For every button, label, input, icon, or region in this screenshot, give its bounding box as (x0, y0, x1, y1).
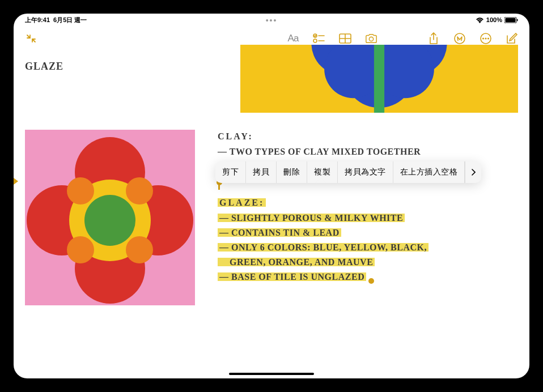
status-battery-percent: 100% (486, 16, 502, 23)
glaze-line-3b: GREEN, ORANGE, AND MAUVE (218, 257, 375, 267)
svg-point-15 (488, 38, 489, 39)
ipad-frame: 上午9:41 6月5日 週一 100% ••• A (0, 0, 543, 392)
status-left: 上午9:41 6月5日 週一 (25, 16, 87, 24)
glaze-line-4: — BASE OF TILE IS UNGLAZED (218, 271, 366, 282)
camera-icon[interactable] (365, 32, 377, 45)
home-indicator[interactable] (229, 373, 314, 375)
svg-point-13 (483, 38, 484, 39)
status-time: 上午9:41 (25, 16, 50, 24)
context-menu-copy[interactable]: 拷貝 (246, 161, 277, 183)
context-menu: 剪下 拷貝 刪除 複製 拷貝為文字 在上方插入空格 (215, 161, 481, 183)
glaze-handwriting-label: GLAZE (25, 45, 229, 113)
context-menu-duplicate[interactable]: 複製 (307, 161, 338, 183)
table-icon[interactable] (339, 32, 351, 45)
status-right: 100% (476, 16, 518, 23)
handwritten-text-column[interactable]: CLAY: — TWO TYPES OF CLAY MIXED TOGETHER… (218, 130, 518, 305)
side-indicator-icon[interactable] (14, 178, 18, 185)
context-menu-more-icon[interactable] (465, 161, 481, 183)
text-format-icon[interactable]: Aa (287, 32, 299, 45)
glaze-selected-block: GLAZE: — SLIGHTLY POROUS & MILKY WHITE —… (218, 196, 518, 284)
svg-point-14 (485, 38, 486, 39)
context-menu-copy-as-text[interactable]: 拷貝為文字 (338, 161, 393, 183)
clay-heading: CLAY: (218, 130, 518, 143)
status-bar: 上午9:41 6月5日 週一 100% (14, 14, 529, 26)
svg-rect-1 (506, 18, 516, 22)
wifi-icon (476, 17, 484, 23)
svg-point-33 (84, 195, 135, 246)
screen: 上午9:41 6月5日 週一 100% ••• A (14, 14, 529, 378)
glaze-line-2: — CONTAINS TIN & LEAD (218, 227, 341, 238)
context-menu-insert-space-above[interactable]: 在上方插入空格 (393, 161, 465, 183)
glaze-line-1: — SLIGHTLY POROUS & MILKY WHITE (218, 212, 405, 223)
note-content[interactable]: GLAZE (14, 36, 529, 378)
pink-flower-drawing[interactable] (25, 130, 195, 305)
svg-rect-2 (517, 19, 518, 21)
toolbar: ••• Aa (14, 27, 529, 50)
svg-point-31 (67, 236, 94, 263)
clay-line-1: — TWO TYPES OF CLAY MIXED TOGETHER (218, 145, 518, 159)
svg-point-32 (126, 236, 153, 263)
glaze-line-3: — ONLY 6 COLORS: BLUE, YELLOW, BLACK, (218, 242, 429, 253)
status-date: 6月5日 週一 (53, 16, 87, 24)
share-icon[interactable] (427, 32, 440, 45)
compose-icon[interactable] (506, 32, 518, 45)
checklist-icon[interactable] (313, 32, 325, 45)
glaze-heading: GLAZE: (218, 197, 266, 208)
battery-icon (504, 17, 518, 23)
svg-point-30 (126, 177, 153, 204)
context-menu-delete[interactable]: 刪除 (277, 161, 307, 183)
context-menu-cut[interactable]: 剪下 (215, 161, 246, 183)
collapse-icon[interactable] (25, 32, 37, 45)
svg-point-29 (67, 177, 94, 204)
selection-end-handle[interactable] (368, 278, 374, 284)
svg-rect-22 (374, 45, 384, 113)
svg-point-10 (369, 37, 373, 41)
markup-icon[interactable] (453, 32, 466, 45)
svg-point-5 (313, 39, 317, 42)
more-icon[interactable] (480, 32, 492, 45)
svg-point-11 (455, 33, 465, 44)
top-flower-drawing[interactable] (240, 45, 518, 113)
